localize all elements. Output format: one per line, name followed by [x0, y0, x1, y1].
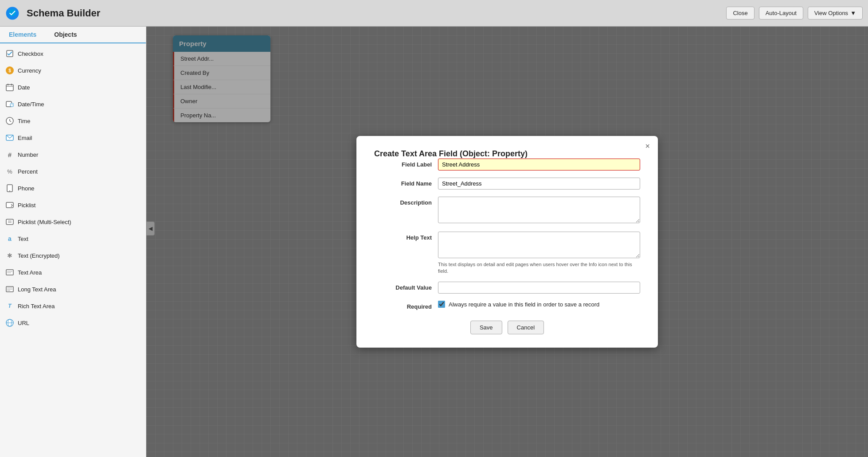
- field-name-field: [438, 178, 640, 190]
- modal-close-button[interactable]: ×: [645, 142, 650, 150]
- text-icon: a: [5, 234, 14, 243]
- help-text-field: This text displays on detail and edit pa…: [438, 232, 640, 275]
- tab-objects[interactable]: Objects: [45, 27, 86, 43]
- canvas-area: Property Street Addr... Created By Last …: [146, 27, 868, 457]
- currency-icon: $: [5, 66, 14, 75]
- sidebar-item-text-encrypted-label: Text (Encrypted): [18, 252, 60, 259]
- sidebar-item-number[interactable]: # Number: [0, 146, 146, 163]
- sidebar-item-checkbox[interactable]: Checkbox: [0, 45, 146, 62]
- svg-rect-17: [6, 219, 13, 225]
- sidebar-item-time-label: Time: [18, 118, 30, 124]
- rich-text-area-icon: T: [5, 302, 14, 310]
- sidebar-item-text-area-label: Text Area: [18, 269, 42, 276]
- help-text-label: Help Text: [374, 232, 432, 241]
- svg-rect-20: [6, 270, 13, 275]
- text-encrypted-icon: ✱: [5, 251, 14, 260]
- sidebar-item-text-encrypted[interactable]: ✱ Text (Encrypted): [0, 247, 146, 264]
- sidebar-item-percent[interactable]: % Percent: [0, 163, 146, 180]
- number-icon: #: [5, 150, 14, 159]
- close-button[interactable]: Close: [726, 7, 754, 19]
- top-bar: Schema Builder Close Auto-Layout View Op…: [0, 0, 868, 27]
- default-value-label: Default Value: [374, 282, 432, 291]
- sidebar-item-datetime[interactable]: Date/Time: [0, 96, 146, 112]
- field-label-field: [438, 159, 640, 170]
- sidebar-items-list: Checkbox $ Currency Date: [0, 43, 146, 457]
- sidebar-tabs: Elements Objects: [0, 27, 146, 43]
- default-value-row: Default Value: [374, 282, 640, 294]
- sidebar-item-text-label: Text: [18, 236, 28, 242]
- sidebar-item-text[interactable]: a Text: [0, 230, 146, 247]
- url-icon: [5, 318, 14, 327]
- required-checkbox-row: Always require a value in this field in …: [438, 301, 640, 308]
- sidebar-item-picklist[interactable]: Picklist: [0, 197, 146, 213]
- sidebar-item-rich-text-area[interactable]: T Rich Text Area: [0, 298, 146, 314]
- app-title: Schema Builder: [27, 8, 100, 19]
- description-label: Description: [374, 197, 432, 206]
- sidebar-item-time[interactable]: Time: [0, 112, 146, 129]
- sidebar: Elements Objects Checkbox $ Currency: [0, 27, 146, 457]
- sidebar-item-date[interactable]: Date: [0, 79, 146, 96]
- sidebar-item-long-text-area[interactable]: Long Text Area: [0, 281, 146, 298]
- help-text-note: This text displays on detail and edit pa…: [438, 261, 640, 275]
- default-value-input[interactable]: [438, 282, 640, 294]
- svg-point-15: [9, 190, 10, 191]
- picklist-multi-icon: [5, 217, 14, 226]
- text-area-icon: [5, 268, 14, 277]
- sidebar-item-picklist-multi[interactable]: Picklist (Multi-Select): [0, 213, 146, 230]
- sidebar-item-url-label: URL: [18, 320, 29, 326]
- field-label-label: Field Label: [374, 159, 432, 168]
- tab-elements[interactable]: Elements: [0, 27, 45, 43]
- sidebar-item-email-label: Email: [18, 135, 32, 141]
- sidebar-item-checkbox-label: Checkbox: [18, 50, 43, 57]
- sidebar-item-date-label: Date: [18, 84, 30, 91]
- sidebar-item-email[interactable]: Email: [0, 129, 146, 146]
- sidebar-item-url[interactable]: URL: [0, 314, 146, 331]
- save-button[interactable]: Save: [470, 321, 502, 334]
- sidebar-item-text-area[interactable]: Text Area: [0, 264, 146, 281]
- description-row: Description: [374, 197, 640, 225]
- sidebar-item-number-label: Number: [18, 151, 38, 158]
- picklist-icon: [5, 201, 14, 209]
- percent-icon: %: [5, 167, 14, 176]
- description-field: [438, 197, 640, 225]
- field-label-row: Field Label: [374, 159, 640, 170]
- modal-title: Create Text Area Field (Object: Property…: [374, 149, 528, 158]
- description-textarea[interactable]: [438, 197, 640, 223]
- required-checkbox-label: Always require a value in this field in …: [449, 301, 599, 308]
- help-text-row: Help Text This text displays on detail a…: [374, 232, 640, 275]
- main-layout: Elements Objects Checkbox $ Currency: [0, 27, 868, 457]
- sidebar-item-phone[interactable]: Phone: [0, 180, 146, 197]
- sidebar-item-currency[interactable]: $ Currency: [0, 62, 146, 79]
- field-name-input[interactable]: [438, 178, 640, 190]
- sidebar-item-percent-label: Percent: [18, 168, 38, 175]
- sidebar-item-long-text-area-label: Long Text Area: [18, 286, 56, 293]
- cancel-button[interactable]: Cancel: [508, 321, 544, 334]
- sidebar-item-picklist-label: Picklist: [18, 202, 35, 209]
- field-name-row: Field Name: [374, 178, 640, 190]
- modal-dialog: Create Text Area Field (Object: Property…: [356, 136, 658, 348]
- time-icon: [5, 116, 14, 125]
- datetime-icon: [5, 100, 14, 108]
- modal-buttons: Save Cancel: [374, 321, 640, 334]
- help-text-textarea[interactable]: [438, 232, 640, 258]
- auto-layout-button[interactable]: Auto-Layout: [759, 7, 803, 19]
- required-field: Always require a value in this field in …: [438, 301, 640, 308]
- modal-overlay: Create Text Area Field (Object: Property…: [146, 27, 868, 457]
- required-checkbox[interactable]: [438, 301, 445, 308]
- svg-rect-2: [6, 85, 13, 91]
- field-name-label: Field Name: [374, 178, 432, 187]
- sidebar-item-currency-label: Currency: [18, 67, 41, 74]
- salesforce-icon: [5, 6, 20, 20]
- default-value-field: [438, 282, 640, 294]
- field-label-input[interactable]: [438, 159, 640, 170]
- required-row: Required Always require a value in this …: [374, 301, 640, 310]
- sidebar-item-phone-label: Phone: [18, 185, 35, 192]
- view-options-button[interactable]: View Options ▼: [808, 7, 863, 19]
- required-label: Required: [374, 301, 432, 310]
- long-text-area-icon: [5, 285, 14, 294]
- email-icon: [5, 133, 14, 142]
- sidebar-item-picklist-multi-label: Picklist (Multi-Select): [18, 219, 71, 225]
- sidebar-item-rich-text-area-label: Rich Text Area: [18, 303, 55, 310]
- sidebar-item-datetime-label: Date/Time: [18, 101, 44, 108]
- phone-icon: [5, 184, 14, 193]
